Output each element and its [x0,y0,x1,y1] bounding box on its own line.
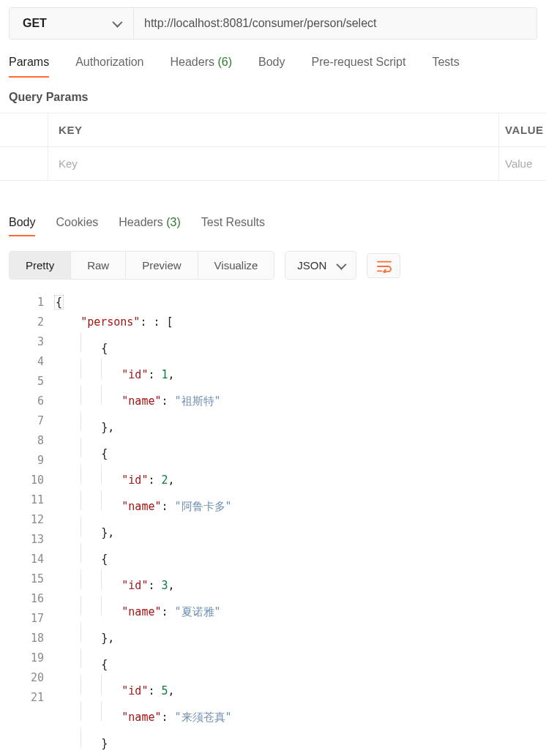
resp-tab-headers[interactable]: Headers (3) [119,216,181,236]
resp-tab-test-results[interactable]: Test Results [201,216,265,236]
view-mode-group: Pretty Raw Preview Visualize [9,251,274,280]
tab-headers-label: Headers [171,56,214,68]
value-input[interactable] [505,157,545,170]
tab-authorization[interactable]: Authorization [75,56,143,78]
query-params-table: KEY VALUE [0,113,546,181]
view-raw[interactable]: Raw [71,252,126,279]
tab-body[interactable]: Body [258,56,285,78]
tab-pre-request[interactable]: Pre-request Script [311,56,405,78]
http-method-select[interactable]: GET [10,8,134,39]
view-pretty[interactable]: Pretty [10,252,71,279]
url-input[interactable] [134,8,536,39]
resp-tab-headers-label: Headers [119,216,162,228]
query-params-title: Query Params [0,78,546,113]
tab-headers-count: (6) [217,56,232,68]
response-tabs: Body Cookies Headers (3) Test Results [0,181,546,236]
chevron-down-icon [112,18,122,28]
http-method-label: GET [23,17,47,30]
chevron-down-icon [337,259,347,269]
response-toolbar: Pretty Raw Preview Visualize JSON [0,236,546,287]
row-handle[interactable] [0,147,48,180]
request-bar: GET [9,7,537,40]
code-content[interactable]: { "persons": : [ { "id": 1, "name": "祖斯特… [54,293,546,756]
resp-tab-cookies[interactable]: Cookies [56,216,98,236]
view-preview[interactable]: Preview [126,252,198,279]
resp-tab-body[interactable]: Body [9,216,35,236]
tab-params[interactable]: Params [9,56,49,78]
view-visualize[interactable]: Visualize [198,252,274,279]
resp-tab-headers-count: (3) [166,216,181,228]
query-params-input-row [0,147,546,180]
tab-tests[interactable]: Tests [432,56,459,78]
wrap-lines-icon [376,260,391,272]
query-params-header-row: KEY VALUE [0,113,546,147]
key-input[interactable] [59,157,488,170]
lang-label: JSON [297,259,326,272]
lang-select[interactable]: JSON [285,251,356,280]
key-header: KEY [48,113,499,146]
wrap-lines-button[interactable] [367,253,400,278]
request-tabs: Params Authorization Headers (6) Body Pr… [0,40,546,78]
row-handle [0,113,48,146]
value-header: VALUE [499,113,546,146]
response-body-viewer[interactable]: 123456789101112131415161718192021 { "per… [0,287,546,756]
line-number-gutter: 123456789101112131415161718192021 [0,293,54,756]
tab-headers[interactable]: Headers (6) [171,56,233,78]
